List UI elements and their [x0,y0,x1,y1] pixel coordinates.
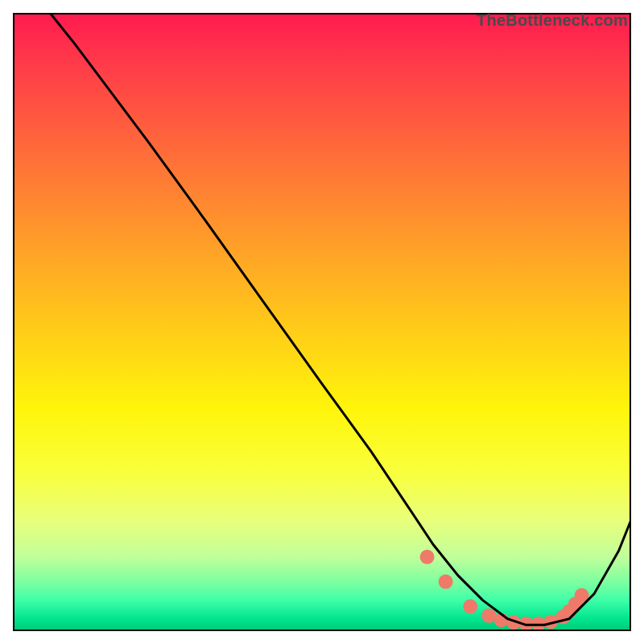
bottleneck-curve-path [50,13,631,625]
chart-svg [13,13,631,631]
watermark-label: TheBottleneck.com [477,11,628,30]
marker-group [420,550,589,631]
marker-dot [481,609,496,623]
marker-dot [439,575,453,589]
chart-container: TheBottleneck.com [0,0,644,644]
plot-area: TheBottleneck.com [13,13,631,631]
marker-dot [420,550,435,564]
marker-dot [463,599,477,613]
